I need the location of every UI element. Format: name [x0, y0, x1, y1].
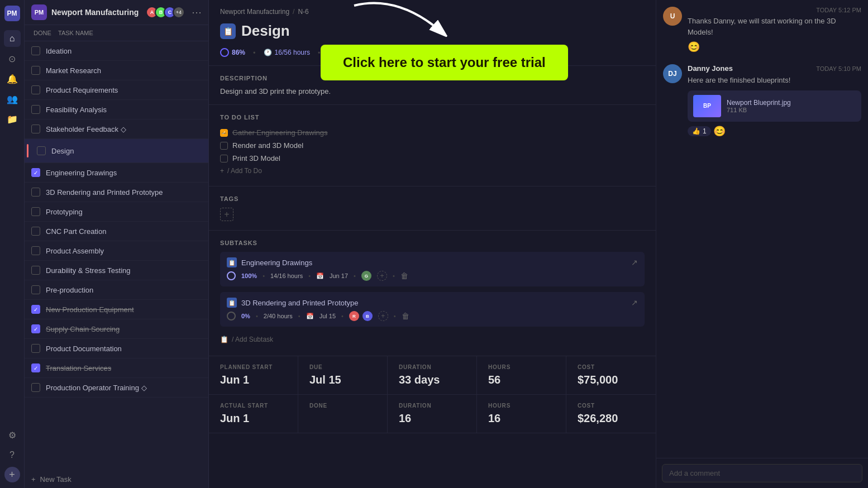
- task-item-5[interactable]: Design: [25, 139, 208, 163]
- add-workspace-button[interactable]: +: [4, 467, 20, 482]
- description-text: Design and 3D print the prototype.: [220, 87, 645, 95]
- task-checkbox-1[interactable]: [31, 66, 40, 75]
- task-checkbox-6[interactable]: [31, 168, 40, 177]
- tags-area: +: [220, 208, 645, 221]
- subtask-1-add-assignee[interactable]: +: [377, 271, 387, 281]
- subtask-1-ext-link[interactable]: ↗: [631, 258, 638, 267]
- more-options-icon[interactable]: ⋯: [192, 6, 202, 18]
- comment-input[interactable]: [662, 464, 862, 482]
- subtask-2-name[interactable]: 3D Rendering and Printed Prototype: [241, 299, 627, 307]
- task-checkbox-8[interactable]: [31, 207, 40, 216]
- subtask-2-icon: 📋: [227, 298, 237, 308]
- task-checkbox-10[interactable]: [31, 246, 40, 255]
- task-name-10: Product Assembly: [46, 247, 104, 255]
- add-subtask-button[interactable]: 📋 / Add Subtask: [220, 332, 645, 347]
- actual-duration-label: DURATION: [399, 403, 465, 409]
- nav-home[interactable]: ⌂: [4, 30, 21, 47]
- nav-help[interactable]: ?: [4, 447, 21, 463]
- comment-2-emoji-row: 👍 1 😊: [688, 125, 861, 137]
- task-item-12[interactable]: Pre-production: [25, 280, 208, 300]
- nav-folder[interactable]: 📁: [4, 111, 21, 127]
- task-item-16[interactable]: Translation Services: [25, 358, 208, 378]
- comment-1-emoji-btn[interactable]: 😊: [688, 41, 700, 52]
- planned-due-label: DUE: [309, 364, 376, 370]
- todo-item-1[interactable]: Gather Engineering Drawings: [220, 126, 645, 139]
- task-item-6[interactable]: Engineering Drawings: [25, 163, 208, 183]
- subtask-1-date: Jun 17: [330, 272, 348, 279]
- task-checkbox-15[interactable]: [31, 344, 40, 353]
- planned-hours-cell: HOURS 56: [477, 356, 566, 394]
- task-checkbox-2[interactable]: [31, 85, 40, 94]
- comment-2-reaction[interactable]: 👍 1: [688, 126, 711, 136]
- task-checkbox-4[interactable]: [31, 125, 40, 133]
- task-checkbox-17[interactable]: [31, 383, 40, 392]
- planned-start-label: PLANNED START: [220, 364, 287, 370]
- task-checkbox-0[interactable]: [31, 46, 40, 55]
- todo-item-2[interactable]: Render and 3D Model: [220, 139, 645, 152]
- task-item-3[interactable]: Feasibility Analysis: [25, 100, 208, 119]
- task-item-2[interactable]: Product Requirements: [25, 80, 208, 100]
- task-checkbox-12[interactable]: [31, 285, 40, 294]
- task-item-7[interactable]: 3D Rendering and Printed Prototype: [25, 183, 208, 202]
- task-name-17: Production Operator Training ◇: [46, 384, 147, 392]
- add-subtask-label: / Add Subtask: [232, 336, 273, 343]
- tags-label: TAGS: [220, 195, 645, 202]
- todo-check-1[interactable]: [220, 129, 228, 137]
- subtask-2-add-assignee[interactable]: +: [378, 311, 388, 321]
- task-checkbox-13[interactable]: [31, 305, 40, 314]
- task-item-1[interactable]: Market Research: [25, 61, 208, 80]
- nav-search[interactable]: ⊙: [4, 50, 21, 67]
- subtasks-label: SUBTASKS: [220, 240, 645, 246]
- task-item-15[interactable]: Product Documentation: [25, 339, 208, 358]
- avatar-count: +4: [173, 6, 185, 18]
- task-item-0[interactable]: Ideation: [25, 41, 208, 61]
- s2-sep3: •: [341, 313, 344, 319]
- nav-notifications[interactable]: 🔔: [4, 70, 21, 87]
- subtask-2-delete-icon[interactable]: 🗑: [402, 312, 409, 320]
- task-item-11[interactable]: Durability & Stress Testing: [25, 261, 208, 280]
- planned-due-value: Jul 15: [309, 374, 376, 386]
- col-done-label: DONE: [31, 30, 54, 36]
- subtask-1-name[interactable]: Engineering Drawings: [241, 259, 627, 267]
- comment-2-avatar: DJ: [663, 64, 682, 83]
- add-tag-button[interactable]: +: [220, 208, 233, 221]
- task-item-9[interactable]: CNC Part Creation: [25, 222, 208, 241]
- todo-text-3: Print 3D Model: [232, 154, 280, 162]
- todo-check-3[interactable]: [220, 155, 228, 162]
- task-item-17[interactable]: Production Operator Training ◇: [25, 378, 208, 398]
- add-subtask-icon: 📋: [220, 336, 228, 343]
- task-checkbox-14[interactable]: [31, 324, 40, 333]
- planned-cost-label: COST: [578, 364, 645, 370]
- actual-stats: ACTUAL START Jun 1 DONE DURATION 16 HOUR…: [209, 395, 656, 433]
- add-todo-button[interactable]: + / Add To Do: [220, 165, 645, 177]
- add-task-icon: +: [31, 475, 36, 484]
- task-checkbox-7[interactable]: [31, 188, 40, 197]
- task-checkbox-11[interactable]: [31, 266, 40, 275]
- actual-start-value: Jun 1: [220, 412, 287, 425]
- nav-users[interactable]: 👥: [4, 90, 21, 107]
- task-item-8[interactable]: Prototyping: [25, 202, 208, 222]
- task-checkbox-3[interactable]: [31, 105, 40, 114]
- todo-check-2[interactable]: [220, 142, 228, 150]
- main-content: Click here to start your free trial Newp…: [209, 0, 656, 488]
- col-taskname-label: TASK NAME: [58, 30, 93, 36]
- actual-cost-label: COST: [578, 403, 645, 409]
- task-item-13[interactable]: New Production Equipment: [25, 300, 208, 319]
- todo-item-3[interactable]: Print 3D Model: [220, 152, 645, 165]
- add-task-button[interactable]: + New Task: [25, 471, 208, 488]
- planned-duration-value: 33 days: [399, 374, 465, 386]
- subtask-1-delete-icon[interactable]: 🗑: [400, 271, 408, 280]
- task-name-15: Product Documentation: [46, 345, 122, 353]
- task-item-4[interactable]: Stakeholder Feedback ◇: [25, 119, 208, 139]
- subtask-2-ext-link[interactable]: ↗: [631, 298, 638, 307]
- task-checkbox-5[interactable]: [37, 146, 46, 155]
- attachment-name: Newport Blueprint.jpg: [727, 99, 791, 107]
- task-checkbox-16[interactable]: [31, 363, 40, 372]
- task-item-10[interactable]: Product Assembly: [25, 241, 208, 261]
- task-item-14[interactable]: Supply Chain Sourcing: [25, 319, 208, 339]
- attachment-preview[interactable]: BP Newport Blueprint.jpg 711 KB: [688, 90, 861, 122]
- comment-2-emoji-btn[interactable]: 😊: [713, 125, 726, 137]
- task-checkbox-9[interactable]: [31, 227, 40, 236]
- cta-button[interactable]: Click here to start your free trial: [321, 45, 568, 80]
- nav-settings[interactable]: ⚙: [4, 427, 21, 443]
